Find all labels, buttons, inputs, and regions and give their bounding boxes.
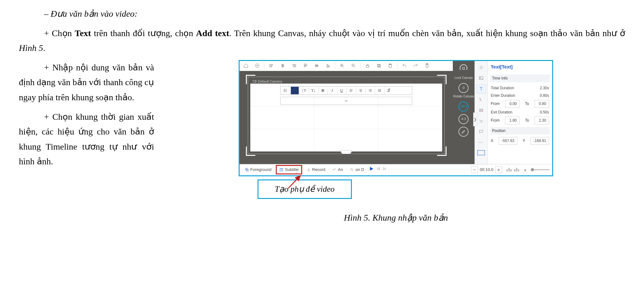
align-left-text-icon[interactable] <box>347 87 355 94</box>
panel-icon-animation[interactable] <box>476 95 486 104</box>
exit-from-field[interactable]: 1.80 <box>505 117 519 124</box>
lock-icon[interactable] <box>363 62 372 70</box>
align-center-h-icon[interactable] <box>278 62 287 70</box>
text-input-box[interactable]: ⇔ <box>280 97 412 105</box>
svg-point-11 <box>284 89 285 90</box>
zoom-out-icon[interactable] <box>349 62 358 70</box>
volume-slider[interactable] <box>531 169 550 170</box>
section-time-info: Time Info <box>490 74 550 82</box>
figure-5-screenshot: Default Camera ↑T T↓ B <box>239 60 553 176</box>
time-plus-button[interactable]: + <box>495 166 502 173</box>
align-justify-text-icon[interactable] <box>375 87 384 94</box>
panel-icon-text[interactable] <box>476 84 486 94</box>
vertical-align-icon[interactable]: ⇵ <box>384 87 393 94</box>
align-middle-v-icon[interactable] <box>312 62 321 70</box>
text-format-toolbar: ↑T T↓ B I U ⇵ <box>280 86 412 95</box>
section-position: Position <box>490 127 550 135</box>
aspect-16-9-button[interactable]: 16:9 <box>458 102 469 112</box>
more-icon[interactable]: ⋯ <box>479 139 484 146</box>
rotate-canvas-button[interactable]: 0 Rotate Canvas <box>453 83 474 99</box>
tab-record[interactable]: Record <box>304 165 328 174</box>
svg-point-18 <box>480 98 480 99</box>
align-center-text-icon[interactable] <box>356 87 365 94</box>
panel-expand-handle[interactable]: ❯ <box>473 113 478 126</box>
svg-rect-22 <box>245 168 247 170</box>
panel-icon-frame[interactable] <box>477 150 485 155</box>
canvas-side-tools: Lock Canvas 0 Rotate Canvas 16:9 4:3 <box>453 61 475 164</box>
undo-icon[interactable] <box>400 62 409 70</box>
align-right-icon[interactable] <box>290 62 298 70</box>
enter-to-field[interactable]: 0.80 <box>535 100 549 107</box>
canvas-area[interactable]: Default Camera ↑T T↓ B <box>240 71 453 164</box>
exit-to-field[interactable]: 2.30 <box>535 117 549 124</box>
tab-foreground[interactable]: Foreground <box>242 165 274 174</box>
time-minus-button[interactable]: − <box>471 166 478 173</box>
align-top-icon[interactable] <box>301 62 310 70</box>
svg-point-13 <box>284 91 285 92</box>
panel-icon-gear[interactable] <box>476 63 486 72</box>
paste-icon[interactable] <box>386 62 395 70</box>
timeline-zoom-indicator[interactable] <box>507 168 519 172</box>
panel-icon-chat[interactable] <box>476 127 486 136</box>
props-title: Text[Text] <box>491 63 549 72</box>
skip-start-button[interactable] <box>376 166 380 173</box>
text-color-swatch[interactable] <box>291 87 299 94</box>
svg-line-28 <box>288 175 301 188</box>
lock-canvas-button[interactable]: Lock Canvas <box>454 63 473 80</box>
svg-rect-4 <box>378 65 380 67</box>
panel-icon-image[interactable] <box>476 74 486 83</box>
properties-panel: Text[Text] Time Info Total Duration2.30s… <box>487 61 552 164</box>
copy-icon[interactable] <box>375 62 383 70</box>
svg-rect-20 <box>479 111 481 112</box>
pos-y-field[interactable]: -169.91 <box>530 137 549 145</box>
tab-zoom-area[interactable]: on D <box>347 165 366 174</box>
decrease-font-icon[interactable]: T↓ <box>309 87 318 94</box>
zoom-in-icon[interactable] <box>338 62 347 70</box>
svg-rect-5 <box>377 64 380 67</box>
aspect-4-3-button[interactable]: 4:3 <box>458 114 469 124</box>
canvas-expand-handle[interactable] <box>341 150 352 154</box>
instruction-2: + Nhập nội dung văn bản và định dạng văn… <box>19 60 154 105</box>
skip-end-button[interactable] <box>382 166 387 173</box>
underline-button[interactable]: U <box>337 87 346 94</box>
enter-from-field[interactable]: 0.00 <box>505 100 519 107</box>
align-bottom-icon[interactable] <box>324 62 332 70</box>
home-icon[interactable] <box>242 62 250 70</box>
svg-rect-10 <box>253 80 255 82</box>
increase-font-icon[interactable]: ↑T <box>299 87 308 94</box>
edit-canvas-button[interactable] <box>458 127 469 137</box>
play-button[interactable] <box>369 166 374 174</box>
app-top-toolbar <box>240 61 453 71</box>
svg-rect-3 <box>366 66 369 68</box>
redo-icon[interactable] <box>411 62 420 70</box>
pos-x-field[interactable]: -557.63 <box>499 137 517 145</box>
subtitle-callout: Tạo phụ đề video <box>258 179 352 199</box>
add-circle-icon[interactable] <box>253 62 262 70</box>
figure-caption: Hình 5. Khung nhập văn bản <box>239 210 553 225</box>
time-display: 00:10.0 <box>480 166 493 173</box>
tab-animation[interactable]: An <box>330 165 346 174</box>
svg-rect-14 <box>463 67 464 69</box>
bold-button[interactable]: B <box>318 87 327 94</box>
svg-point-21 <box>482 111 483 112</box>
bullet-list-icon[interactable] <box>281 87 290 94</box>
svg-point-27 <box>351 168 353 170</box>
align-right-text-icon[interactable] <box>365 87 374 94</box>
instruction-3: + Chọn khung thời gian xuất hiện, các hi… <box>19 109 154 169</box>
svg-rect-23 <box>247 169 248 171</box>
svg-point-15 <box>480 67 482 68</box>
heading-intro: – Đưa văn bản vào video: <box>19 6 625 21</box>
instruction-1: + Chọn Text trên thanh đối tượng, chọn A… <box>19 26 625 56</box>
svg-rect-19 <box>479 109 483 110</box>
align-left-icon[interactable] <box>267 62 276 70</box>
italic-button[interactable]: I <box>328 87 336 94</box>
annotation-arrow <box>286 173 304 191</box>
svg-point-12 <box>284 90 285 91</box>
clipboard-icon[interactable] <box>423 62 431 70</box>
